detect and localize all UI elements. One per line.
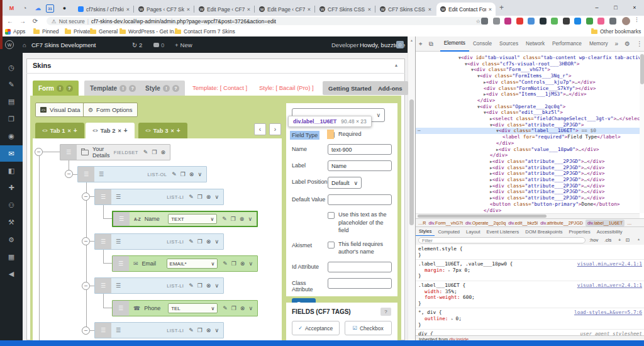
sidebar-item-posts[interactable]: ✎ xyxy=(0,76,23,92)
styles-tab-properties[interactable]: Properties xyxy=(565,227,593,237)
form-options-button[interactable]: ⚙Form Options xyxy=(83,103,138,117)
tab-close-icon[interactable]: × xyxy=(247,6,250,13)
collapse-node-toggle[interactable]: – xyxy=(82,282,90,290)
bookmark-folder[interactable]: Private xyxy=(65,28,90,35)
chevron-down-icon[interactable]: ∨ xyxy=(248,305,253,311)
chevron-down-icon[interactable]: ∨ xyxy=(248,260,253,267)
dom-node-line[interactable]: ▶<div class="Controls___kju7p">…</div> xyxy=(416,79,640,86)
edit-icon[interactable]: ✎ xyxy=(189,238,194,245)
drag-handle[interactable]: ☰ xyxy=(95,234,111,249)
hov-toggle[interactable]: :hov xyxy=(589,237,598,243)
sidebar-item-plugins[interactable]: ✚ xyxy=(0,180,23,196)
drag-handle[interactable]: ☰ xyxy=(113,256,129,271)
dom-node-line[interactable]: </div> xyxy=(416,208,640,214)
scrollbar-up-icon[interactable]: ▲ xyxy=(410,38,413,42)
css-declaration[interactable]: margin: ▸ 7px 0; xyxy=(418,267,642,274)
inspect-element-icon[interactable]: ⌖ xyxy=(416,40,426,48)
devtools-menu-icon[interactable]: ⋮ xyxy=(633,40,644,47)
tab-close-icon[interactable]: × xyxy=(428,6,431,13)
updates-item[interactable]: ↻2 xyxy=(132,36,142,53)
skins-tab-form[interactable]: Form!? xyxy=(33,81,79,96)
edit-icon[interactable]: ✎ xyxy=(189,327,194,333)
sidebar-item-settings[interactable]: ⚙ xyxy=(0,232,23,248)
pane-icon[interactable]: ⊡ xyxy=(626,237,630,243)
extension-icon[interactable] xyxy=(609,18,616,25)
browser-tab[interactable]: WCF7 Skins CSS – Folders× xyxy=(316,3,375,16)
breadcrumb-item[interactable]: div.attribute__2PJGD xyxy=(540,220,583,226)
forward-icon[interactable]: → xyxy=(18,16,28,26)
reload-icon[interactable]: ⟳ xyxy=(30,16,40,26)
delete-icon[interactable]: ⊗ xyxy=(189,171,194,177)
tree-row-your details[interactable]: ☰Your DetailsFIELDSET✎❐⊗ xyxy=(60,144,170,160)
duplicate-icon[interactable]: ❐ xyxy=(197,282,203,289)
tree-row-name[interactable]: ☰A-ZNameTEXT∨✎❐⊗∨ xyxy=(112,211,258,227)
getting-started-button[interactable]: Getting Started xyxy=(323,81,377,95)
cf7-tags-help-button[interactable]: ? xyxy=(380,308,391,316)
tab-add-icon[interactable]: + xyxy=(124,127,128,134)
dom-node-line[interactable]: ▶<div class="attribute___2PJGD">…</div> xyxy=(416,195,640,201)
gmail-favicon-icon[interactable]: M xyxy=(6,3,17,13)
github-favicon-icon[interactable]: ● xyxy=(59,3,70,13)
new-tab-button[interactable]: + xyxy=(499,3,504,12)
help-badge[interactable]: ? xyxy=(172,85,179,92)
browser-tab[interactable]: WEdit Page ‹ CF7 Skins Te× xyxy=(255,3,314,16)
dom-node-line[interactable]: ▼<div id="tab-visual" class="tab-content… xyxy=(416,55,640,61)
bookmark-folder[interactable]: WordPress - Get In... xyxy=(119,28,179,35)
user-avatar[interactable]: ☺ xyxy=(396,36,404,53)
calendar-favicon-icon[interactable]: 31 xyxy=(46,4,54,13)
extension-icon[interactable] xyxy=(597,18,604,25)
new-rule-icon[interactable]: + xyxy=(618,237,621,243)
tab-close-icon[interactable]: × xyxy=(171,128,174,134)
dom-node-line[interactable]: ▶<div class="attribute___2PJGD">…</div> xyxy=(416,183,640,189)
sidebar-item-collapse-menu[interactable]: ◀ xyxy=(0,266,23,282)
sidebar-item-comments[interactable]: ◉ xyxy=(0,128,23,145)
devtools-tab-console[interactable]: Console xyxy=(469,36,496,52)
edit-icon[interactable]: ✎ xyxy=(143,149,148,155)
cls-toggle[interactable]: .cls xyxy=(604,237,611,243)
dom-node-line[interactable]: </div> xyxy=(416,152,640,159)
dom-node-line[interactable]: ▶<div class="value___18pw0">…</div> xyxy=(416,147,640,153)
browser-tab[interactable]: WEdit Page ‹ CF7 Skins Te× xyxy=(195,3,254,16)
bookmark-folder[interactable]: Pinned xyxy=(33,28,58,35)
edit-icon[interactable]: ✎ xyxy=(189,194,194,200)
tab-close-icon[interactable]: × xyxy=(68,128,71,134)
help-badge[interactable]: ? xyxy=(66,85,73,92)
extension-icon[interactable] xyxy=(551,18,558,25)
alert-badge[interactable]: ! xyxy=(57,85,64,92)
breadcrumb-item[interactable]: … xyxy=(627,220,631,226)
editor-tab-1[interactable]: <>Tab 1×+ xyxy=(35,123,84,138)
dom-node-line[interactable]: ▼<div class="attribute___2PJGD"> xyxy=(416,122,640,128)
tabs-prev-button[interactable]: ‹ xyxy=(254,123,266,135)
acceptance-tag-button[interactable]: ✓Acceptance xyxy=(292,321,340,335)
tab-close-icon[interactable]: × xyxy=(308,6,311,13)
drag-handle[interactable]: ☰ xyxy=(78,167,94,182)
devtools-tab-sources[interactable]: Sources xyxy=(496,36,522,52)
edit-icon[interactable]: ✎ xyxy=(172,171,177,177)
devtools-tab-memory[interactable]: Memory xyxy=(586,36,612,52)
add-ons-button[interactable]: Add-ons xyxy=(372,81,408,95)
field-type-select[interactable]: TEL∨ xyxy=(168,303,218,313)
breadcrumb-item[interactable]: div.Form__vhG7t xyxy=(428,220,463,226)
tab-close-icon[interactable]: × xyxy=(126,6,130,13)
chevron-down-icon[interactable]: ∨ xyxy=(248,216,252,222)
settings-gear-icon[interactable]: ⚙ xyxy=(621,40,633,47)
edit-icon[interactable]: ✎ xyxy=(223,305,228,311)
tab-close-icon[interactable]: × xyxy=(489,6,492,13)
profile-avatar[interactable] xyxy=(622,17,630,25)
collapse-node-toggle[interactable]: – xyxy=(35,148,43,156)
devtools-tab-network[interactable]: Network xyxy=(522,36,548,52)
device-toolbar-icon[interactable]: ⧉ xyxy=(426,40,436,48)
devtools-hscrollbar[interactable] xyxy=(416,213,640,218)
chevron-down-icon[interactable]: ∨ xyxy=(214,194,219,200)
breadcrumb-item[interactable]: div.label__1U6ET xyxy=(586,220,625,226)
checkbox-tag-button[interactable]: ☑Checkbox xyxy=(345,321,392,335)
css-declaration[interactable]: width: 35%; xyxy=(418,289,642,295)
dom-node-line[interactable]: ▼<div class="FormItems___3Nq_r"> xyxy=(416,73,640,79)
node-menu-dots[interactable]: ⋯ xyxy=(418,128,421,134)
delete-icon[interactable]: ⊗ xyxy=(206,194,211,200)
browser-tab[interactable]: WEdit Contact Form ‹ CF7× xyxy=(436,3,496,16)
tree-row-list-li[interactable]: ☰☰LIST-LI✎❐⊗∨ xyxy=(94,322,224,338)
site-name[interactable]: CF7 Skins Development xyxy=(31,36,96,53)
edit-icon[interactable]: ✎ xyxy=(189,282,194,289)
drag-handle[interactable]: ☰ xyxy=(113,301,129,316)
